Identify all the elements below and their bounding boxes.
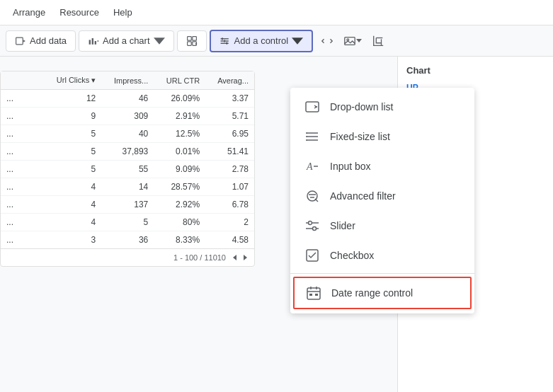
image-button[interactable] bbox=[341, 30, 364, 52]
add-data-icon bbox=[15, 35, 26, 47]
table-row: ...41428.57%1.07 bbox=[1, 178, 254, 196]
svg-rect-20 bbox=[345, 37, 355, 45]
control-dropdown-arrow bbox=[292, 35, 303, 47]
image-dropdown-icon bbox=[356, 39, 362, 42]
layout-button[interactable] bbox=[177, 30, 207, 52]
slider-icon bbox=[304, 218, 320, 234]
svg-text:A: A bbox=[306, 161, 313, 172]
fixed-size-list-item[interactable]: Fixed-size list bbox=[290, 122, 474, 151]
svg-rect-5 bbox=[95, 41, 96, 45]
table-row: ...41372.92%6.78 bbox=[1, 196, 254, 214]
date-range-control-item[interactable]: Date range control bbox=[293, 277, 472, 309]
svg-rect-0 bbox=[16, 38, 23, 45]
code-icon bbox=[321, 35, 333, 47]
col-average[interactable]: Averag... bbox=[205, 71, 254, 90]
advanced-filter-label: Advanced filter bbox=[330, 190, 396, 202]
grid-icon bbox=[186, 35, 198, 47]
col-empty bbox=[1, 71, 43, 90]
svg-rect-3 bbox=[89, 40, 91, 44]
data-table: Url Clicks ▾ Impress... URL CTR Averag..… bbox=[0, 71, 255, 267]
svg-point-29 bbox=[306, 132, 307, 134]
dropdown-list-item[interactable]: Drop-down list bbox=[290, 92, 474, 122]
svg-rect-43 bbox=[307, 288, 320, 299]
control-icon bbox=[220, 35, 231, 47]
svg-point-21 bbox=[347, 38, 349, 40]
advanced-filter-item[interactable]: Advanced filter bbox=[290, 181, 474, 211]
table-row: ...5559.09%2.78 bbox=[1, 161, 254, 178]
image-icon bbox=[343, 35, 356, 47]
table-row: ...93092.91%5.71 bbox=[1, 108, 254, 125]
dropdown-list-label: Drop-down list bbox=[330, 101, 393, 113]
svg-point-30 bbox=[306, 136, 307, 137]
toolbar: Add data Add a chart bbox=[0, 25, 553, 57]
add-chart-icon bbox=[88, 35, 99, 47]
table-row: ...3368.33%4.58 bbox=[1, 231, 254, 249]
add-chart-button[interactable]: Add a chart bbox=[79, 30, 174, 52]
table-row: ...537,8930.01%51.41 bbox=[1, 143, 254, 161]
next-page-icon[interactable] bbox=[243, 253, 249, 262]
pagination-info: 1 - 100 / 11010 bbox=[173, 253, 226, 262]
col-url-ctr[interactable]: URL CTR bbox=[154, 71, 205, 90]
menu-bar: Arrange Resource Help bbox=[0, 0, 553, 25]
svg-rect-47 bbox=[309, 294, 312, 296]
svg-point-40 bbox=[309, 221, 312, 225]
table-footer: 1 - 100 / 11010 bbox=[1, 248, 254, 266]
svg-point-31 bbox=[306, 139, 307, 141]
panel-title: Chart bbox=[406, 65, 545, 76]
svg-rect-8 bbox=[187, 36, 191, 40]
svg-rect-4 bbox=[92, 38, 93, 45]
checkbox-item[interactable]: Checkbox bbox=[290, 241, 474, 270]
menu-resource[interactable]: Resource bbox=[52, 4, 106, 21]
chart-dropdown-icon bbox=[154, 35, 165, 47]
checkbox-icon bbox=[304, 248, 320, 263]
crop-icon bbox=[372, 35, 384, 47]
svg-point-41 bbox=[313, 227, 317, 231]
svg-rect-10 bbox=[187, 41, 191, 45]
code-button[interactable] bbox=[316, 30, 338, 52]
input-box-icon: A bbox=[304, 158, 320, 174]
table-row: ...54012.5%6.95 bbox=[1, 125, 254, 143]
fixed-size-list-label: Fixed-size list bbox=[330, 131, 390, 142]
col-impressions[interactable]: Impress... bbox=[101, 71, 154, 90]
input-box-item[interactable]: A Input box bbox=[290, 151, 474, 181]
menu-help[interactable]: Help bbox=[106, 4, 139, 21]
add-control-button[interactable]: Add a control bbox=[210, 30, 314, 52]
crop-button[interactable] bbox=[367, 30, 389, 52]
main-area: Url Clicks ▾ Impress... URL CTR Averag..… bbox=[0, 57, 553, 392]
slider-label: Slider bbox=[330, 220, 355, 231]
fixed-size-list-icon bbox=[304, 129, 320, 144]
dropdown-divider bbox=[290, 273, 474, 274]
table-row: ...124626.09%3.37 bbox=[1, 90, 254, 108]
col-url-clicks[interactable]: Url Clicks ▾ bbox=[43, 71, 101, 90]
svg-rect-48 bbox=[315, 294, 318, 296]
advanced-filter-icon bbox=[304, 188, 320, 204]
add-control-dropdown: Drop-down list Fixed-size list A bbox=[290, 88, 474, 313]
input-box-label: Input box bbox=[330, 161, 371, 172]
checkbox-label: Checkbox bbox=[330, 250, 374, 261]
dropdown-list-icon bbox=[304, 99, 320, 115]
table-row: ...4580%2 bbox=[1, 214, 254, 231]
svg-rect-9 bbox=[192, 36, 196, 40]
date-range-control-label: Date range control bbox=[331, 287, 413, 299]
add-data-button[interactable]: Add data bbox=[6, 30, 76, 52]
calendar-icon bbox=[306, 285, 321, 301]
slider-item[interactable]: Slider bbox=[290, 211, 474, 241]
prev-page-icon[interactable] bbox=[232, 253, 237, 262]
menu-arrange[interactable]: Arrange bbox=[6, 4, 52, 21]
